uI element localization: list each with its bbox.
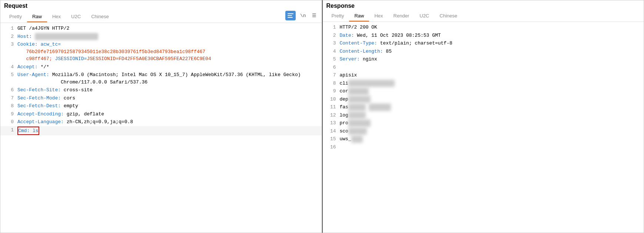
- tab-pretty-request[interactable]: Pretty: [4, 12, 27, 22]
- tab-u2c-request[interactable]: U2C: [66, 12, 86, 22]
- response-title: Response: [326, 3, 640, 9]
- request-line-11: 1 Cmd: ls: [0, 126, 322, 136]
- tab-u2c-response[interactable]: U2C: [414, 11, 434, 22]
- tab-raw-request[interactable]: Raw: [27, 12, 47, 22]
- menu-icon[interactable]: ☰: [311, 12, 318, 19]
- request-tabs: Pretty Raw Hex U2C Chinese \n ☰: [4, 11, 318, 23]
- request-title: Request: [4, 3, 318, 9]
- response-line-8: 8 cli: [323, 79, 644, 88]
- tab-chinese-request[interactable]: Chinese: [86, 12, 114, 22]
- tab-hex-request[interactable]: Hex: [47, 12, 66, 22]
- request-header: Request Pretty Raw Hex U2C Chinese \n ☰: [0, 0, 322, 23]
- response-line-1: 1 HTTP/2 200 OK: [323, 23, 644, 32]
- response-line-14: 14 sco: [323, 127, 644, 135]
- request-panel: Request Pretty Raw Hex U2C Chinese \n ☰: [0, 0, 322, 233]
- request-line-8: 8 Sec-Fetch-Dest: empty: [0, 102, 322, 110]
- response-line-15: 15 uws_: [323, 135, 644, 143]
- response-line-3: 3 Content-Type: text/plain; charset=utf-…: [323, 39, 644, 47]
- tab-pretty-response[interactable]: Pretty: [326, 11, 349, 22]
- request-line-6: 6 Sec-Fetch-Site: cross-site: [0, 86, 322, 94]
- request-toolbar: \n ☰: [285, 11, 318, 23]
- response-content[interactable]: 1 HTTP/2 200 OK 2 Date: Wed, 11 Oct 2023…: [323, 22, 644, 233]
- request-line-5: 5 User-Agent: Mozilla/5.0 (Macintosh; In…: [0, 71, 322, 86]
- request-line-4: 4 Accept: */*: [0, 63, 322, 71]
- response-line-2: 2 Date: Wed, 11 Oct 2023 08:25:53 GMT: [323, 32, 644, 40]
- response-line-11: 11 fas: [323, 103, 644, 111]
- svg-rect-2: [288, 17, 293, 18]
- response-line-7: 7 apisix: [323, 71, 644, 79]
- svg-rect-1: [288, 15, 292, 16]
- tab-chinese-response[interactable]: Chinese: [434, 11, 462, 22]
- response-tabs: Pretty Raw Hex Render U2C Chinese: [326, 11, 640, 22]
- format-icon[interactable]: [285, 11, 296, 20]
- response-line-16: 16: [323, 143, 644, 151]
- response-panel: Response Pretty Raw Hex Render U2C Chine…: [322, 0, 644, 233]
- response-line-10: 10 dep: [323, 95, 644, 104]
- tab-render-response[interactable]: Render: [388, 11, 415, 22]
- response-line-4: 4 Content-Length: 85: [323, 47, 644, 56]
- newline-icon[interactable]: \n: [299, 12, 308, 19]
- request-line-10: 0 Accept-Language: zh-CN,zh;q=0.9,ja;q=0…: [0, 118, 322, 126]
- request-line-7: 7 Sec-Fetch-Mode: cors: [0, 94, 322, 102]
- response-line-9: 9 cor: [323, 87, 644, 95]
- request-line-9: 9 Accept-Encoding: gzip, deflate: [0, 110, 322, 118]
- request-line-1: 1 GET /a4JGYN HTTP/2: [0, 24, 322, 33]
- response-line-6: 6: [323, 63, 644, 72]
- response-line-5: 5 Server: nginx: [323, 55, 644, 63]
- svg-rect-0: [288, 13, 293, 14]
- tab-raw-response[interactable]: Raw: [349, 11, 369, 22]
- request-line-2: 2 Host:: [0, 33, 322, 41]
- request-content[interactable]: 1 GET /a4JGYN HTTP/2 2 Host: 3 Cookie: a…: [0, 23, 322, 233]
- request-line-3: 3 Cookie: acw_tc= 76b20fe716970125879345…: [0, 40, 322, 63]
- response-line-12: 12 log: [323, 111, 644, 119]
- tab-hex-response[interactable]: Hex: [369, 11, 388, 22]
- response-header: Response Pretty Raw Hex Render U2C Chine…: [323, 0, 644, 22]
- response-line-13: 13 pro: [323, 119, 644, 127]
